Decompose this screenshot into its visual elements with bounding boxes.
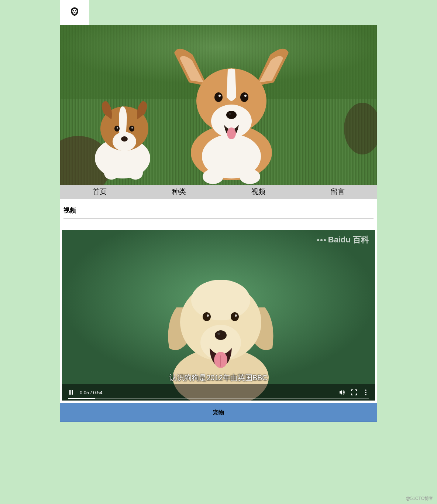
svg-point-32 — [240, 169, 260, 184]
paw-icon — [317, 239, 326, 241]
svg-point-47 — [365, 389, 367, 391]
main-nav: 首页 种类 视频 留言 — [60, 185, 377, 199]
svg-point-36 — [191, 280, 250, 320]
svg-point-29 — [218, 95, 221, 97]
fullscreen-icon[interactable] — [351, 389, 357, 396]
progress-fill — [68, 398, 95, 399]
video-player[interactable]: Baidu 百科 认识狗狗是2012年由英国BBC 0:05 / 0:54 — [62, 230, 375, 401]
svg-point-25 — [229, 113, 231, 115]
svg-point-26 — [227, 127, 236, 139]
footer: 宠物 — [60, 403, 377, 422]
svg-point-18 — [104, 166, 119, 180]
nav-home[interactable]: 首页 — [60, 185, 139, 199]
section-header: 视频 — [60, 199, 377, 223]
svg-point-14 — [114, 126, 120, 132]
svg-point-13 — [121, 136, 128, 142]
svg-point-49 — [365, 394, 367, 395]
svg-point-28 — [240, 92, 248, 102]
svg-point-44 — [235, 314, 237, 317]
nav-categories[interactable]: 种类 — [139, 185, 218, 199]
section-title: 视频 — [63, 206, 374, 219]
svg-point-16 — [117, 127, 118, 129]
svg-point-0 — [73, 10, 74, 11]
video-watermark: Baidu 百科 — [317, 234, 369, 245]
logo-bar — [60, 0, 89, 25]
nav-messages[interactable]: 留言 — [298, 185, 377, 199]
svg-point-1 — [75, 10, 76, 11]
svg-point-42 — [231, 312, 239, 321]
video-time: 0:05 / 0:54 — [80, 390, 102, 395]
svg-rect-46 — [72, 390, 73, 395]
svg-rect-45 — [69, 390, 71, 395]
svg-point-17 — [131, 127, 133, 129]
svg-point-19 — [128, 166, 143, 180]
video-subtitle: 认识狗狗是2012年由英国BBC — [62, 373, 375, 383]
page-container: 首页 种类 视频 留言 视频 — [60, 0, 377, 422]
more-icon[interactable] — [362, 389, 369, 396]
svg-point-30 — [244, 95, 247, 97]
svg-point-41 — [203, 312, 211, 321]
svg-point-24 — [226, 111, 237, 119]
svg-point-15 — [129, 126, 134, 132]
progress-bar[interactable] — [68, 398, 369, 399]
volume-icon[interactable] — [339, 389, 345, 396]
video-wrapper: Baidu 百科 认识狗狗是2012年由英国BBC 0:05 / 0:54 — [60, 223, 377, 403]
footer-title: 宠物 — [213, 409, 224, 416]
svg-point-39 — [217, 333, 220, 335]
svg-point-27 — [214, 92, 223, 102]
svg-point-38 — [215, 330, 227, 340]
hero-image — [60, 25, 377, 185]
svg-point-43 — [207, 314, 209, 317]
logo-icon — [69, 6, 80, 19]
svg-point-31 — [203, 169, 223, 184]
nav-videos[interactable]: 视频 — [218, 185, 298, 199]
svg-point-48 — [365, 392, 367, 393]
pause-icon[interactable] — [68, 389, 75, 396]
